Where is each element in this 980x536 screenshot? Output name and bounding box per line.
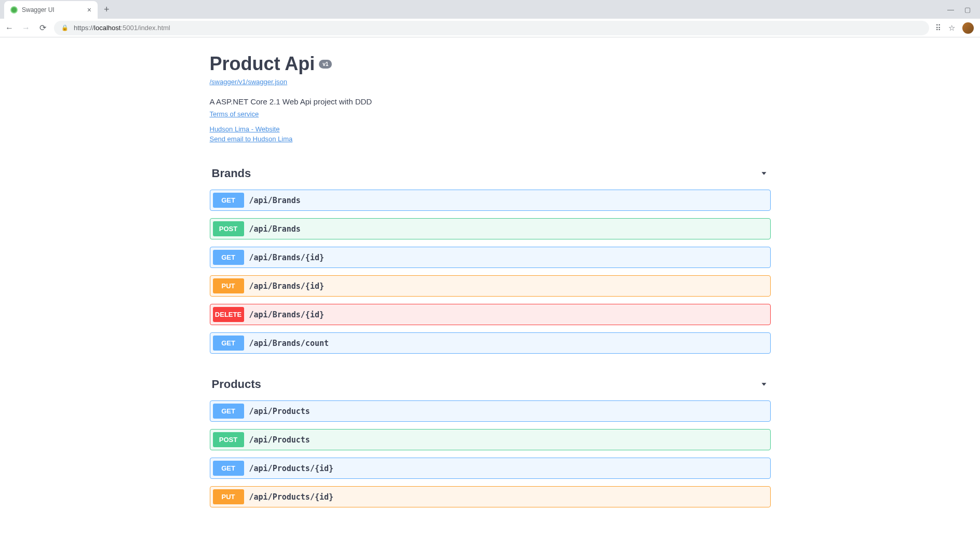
version-badge: v1 — [319, 60, 332, 69]
operation-block[interactable]: DELETE/api/Brands/{id} — [210, 304, 771, 325]
browser-tab[interactable]: Swagger UI × — [4, 1, 98, 19]
translate-icon[interactable]: ⠿ — [935, 23, 941, 33]
api-title: Product Api v1 — [210, 53, 332, 75]
operation-path: /api/Brands — [249, 224, 301, 234]
browser-toolbar: ← → ⟳ 🔒 https://localhost:5001/index.htm… — [0, 19, 980, 37]
browser-chrome: Swagger UI × + ― ▢ ← → ⟳ 🔒 https://local… — [0, 0, 980, 37]
reload-button[interactable]: ⟳ — [37, 23, 48, 33]
operation-block[interactable]: POST/api/Brands — [210, 218, 771, 239]
tag-name: Products — [212, 378, 261, 391]
method-badge: POST — [213, 221, 244, 236]
chevron-down-icon — [759, 169, 769, 178]
new-tab-button[interactable]: + — [104, 4, 110, 15]
terms-link[interactable]: Terms of service — [210, 110, 259, 118]
profile-avatar[interactable] — [962, 22, 974, 34]
operation-block[interactable]: PUT/api/Products/{id} — [210, 486, 771, 507]
api-title-text: Product Api — [210, 53, 315, 75]
method-badge: POST — [213, 432, 244, 447]
api-info-links: Terms of service Hudson Lima - Website S… — [210, 110, 771, 143]
forward-button[interactable]: → — [21, 23, 31, 33]
tab-title: Swagger UI — [22, 6, 83, 14]
minimize-button[interactable]: ― — [947, 6, 954, 14]
operation-path: /api/Brands — [249, 196, 301, 205]
operations-list: GET/api/BrandsPOST/api/BrandsGET/api/Bra… — [210, 190, 771, 354]
tag-name: Brands — [212, 167, 251, 180]
tag-header[interactable]: Products — [210, 374, 771, 397]
chevron-down-icon — [759, 380, 769, 389]
operation-path: /api/Products — [249, 407, 310, 416]
operations-list: GET/api/ProductsPOST/api/ProductsGET/api… — [210, 400, 771, 507]
operation-summary[interactable]: GET/api/Products/{id} — [210, 458, 770, 478]
swagger-content: Product Api v1 /swagger/v1/swagger.json … — [199, 37, 781, 530]
maximize-button[interactable]: ▢ — [964, 6, 971, 14]
lock-icon: 🔒 — [61, 24, 69, 31]
toolbar-right: ⠿ ☆ — [935, 22, 976, 34]
operation-path: /api/Products — [249, 435, 310, 445]
operation-path: /api/Products/{id} — [249, 464, 334, 473]
window-controls: ― ▢ — [947, 6, 980, 14]
operation-block[interactable]: GET/api/Brands/{id} — [210, 247, 771, 268]
swagger-json-link[interactable]: /swagger/v1/swagger.json — [210, 78, 771, 86]
operation-summary[interactable]: PUT/api/Brands/{id} — [210, 276, 770, 296]
tag-section: ProductsGET/api/ProductsPOST/api/Product… — [210, 374, 771, 507]
operation-path: /api/Brands/{id} — [249, 310, 325, 319]
back-button[interactable]: ← — [4, 23, 15, 33]
method-badge: DELETE — [213, 307, 244, 322]
tag-header[interactable]: Brands — [210, 164, 771, 186]
operation-path: /api/Brands/count — [249, 339, 329, 348]
operation-block[interactable]: GET/api/Products/{id} — [210, 458, 771, 479]
method-badge: GET — [213, 193, 244, 208]
api-description: A ASP.NET Core 2.1 Web Api project with … — [210, 97, 771, 106]
url-text: https://localhost:5001/index.html — [74, 24, 170, 32]
operation-block[interactable]: GET/api/Brands — [210, 190, 771, 211]
operation-path: /api/Brands/{id} — [249, 282, 325, 291]
contact-website-link[interactable]: Hudson Lima - Website — [210, 125, 280, 133]
tag-section: BrandsGET/api/BrandsPOST/api/BrandsGET/a… — [210, 164, 771, 354]
operation-summary[interactable]: DELETE/api/Brands/{id} — [210, 304, 770, 325]
operation-path: /api/Products/{id} — [249, 492, 334, 502]
operation-block[interactable]: POST/api/Products — [210, 429, 771, 450]
operation-summary[interactable]: GET/api/Brands — [210, 190, 770, 210]
operation-summary[interactable]: PUT/api/Products/{id} — [210, 487, 770, 507]
operation-summary[interactable]: POST/api/Brands — [210, 219, 770, 239]
swagger-favicon-icon — [10, 6, 18, 14]
method-badge: GET — [213, 404, 244, 419]
operation-block[interactable]: GET/api/Brands/count — [210, 332, 771, 354]
operation-summary[interactable]: POST/api/Products — [210, 430, 770, 450]
contact-email-link[interactable]: Send email to Hudson Lima — [210, 135, 293, 143]
operation-summary[interactable]: GET/api/Brands/{id} — [210, 247, 770, 267]
operation-block[interactable]: GET/api/Products — [210, 400, 771, 422]
bookmark-star-icon[interactable]: ☆ — [948, 23, 955, 33]
method-badge: GET — [213, 336, 244, 351]
method-badge: GET — [213, 461, 244, 476]
operation-block[interactable]: PUT/api/Brands/{id} — [210, 275, 771, 297]
address-bar[interactable]: 🔒 https://localhost:5001/index.html — [54, 21, 929, 35]
method-badge: PUT — [213, 489, 244, 504]
method-badge: GET — [213, 250, 244, 265]
tab-strip: Swagger UI × + ― ▢ — [0, 0, 980, 19]
operation-summary[interactable]: GET/api/Products — [210, 401, 770, 421]
method-badge: PUT — [213, 278, 244, 293]
close-tab-icon[interactable]: × — [87, 6, 91, 14]
operation-path: /api/Brands/{id} — [249, 253, 325, 262]
operation-summary[interactable]: GET/api/Brands/count — [210, 333, 770, 353]
